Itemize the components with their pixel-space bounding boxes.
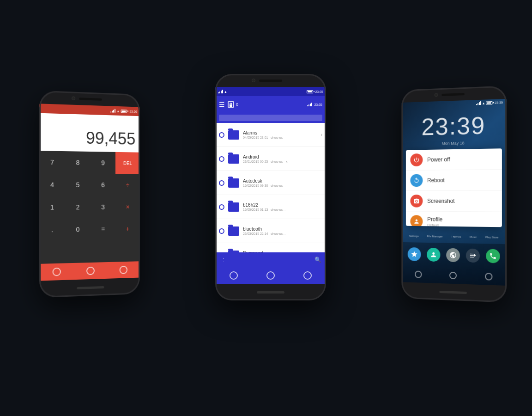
fm-more-icon[interactable]: ⋮ <box>220 256 227 263</box>
fm-select-radio-5[interactable] <box>219 228 224 234</box>
fm-toolbar: ☰ 0 23:35 <box>215 96 326 113</box>
fm-item-meta-1: 04/05/2015 23:01 drwxrwx--- <box>243 136 317 139</box>
calc-btn-4[interactable]: 4 <box>39 173 65 196</box>
pm-signal-icon <box>476 101 481 105</box>
fm-phone-screen: ▲ 23:35 ☰ <box>215 87 326 284</box>
pm-nav-back[interactable] <box>415 271 422 278</box>
fm-item-meta-4: 16/05/2015 01:13 drwxrwx--- <box>243 208 322 211</box>
fm-select-radio-4[interactable] <box>219 204 224 210</box>
pm-dock-area <box>401 242 507 269</box>
pm-dock-icon-notes[interactable] <box>466 249 480 263</box>
fm-path-count: 0 <box>236 102 238 107</box>
calc-nav-recent[interactable] <box>120 266 127 274</box>
list-item[interactable]: b16h22 16/05/2015 01:13 drwxrwx--- <box>215 195 326 219</box>
fm-folder-1 <box>228 130 239 140</box>
pm-dock-icon-globe[interactable] <box>446 248 460 263</box>
fm-select-radio-1[interactable] <box>219 132 224 138</box>
calc-btn-dot[interactable]: . <box>39 219 65 241</box>
list-item[interactable]: Bugreport 25/04/2015 02:43 drwxrwx--- <box>215 243 326 252</box>
fm-status-bar: ▲ 23:35 <box>215 87 326 96</box>
calc-keypad[interactable]: 7 8 9 DEL 4 5 6 ÷ 1 2 3 × . 0 <box>39 151 140 264</box>
pm-power-off-item[interactable]: Power off <box>406 148 502 171</box>
fm-nav-recent[interactable] <box>303 271 312 280</box>
fm-nav-back[interactable] <box>230 271 238 280</box>
pm-nav-home[interactable] <box>449 272 457 279</box>
pm-reboot-item[interactable]: Reboot <box>406 170 502 191</box>
pm-power-off-text: Power off <box>427 156 497 163</box>
fm-time: 23:35 <box>315 90 323 93</box>
pm-dock-icon-person[interactable] <box>427 248 440 262</box>
calc-phone-screen: ▲ 23:56 99,455 7 8 9 DEL 4 <box>39 104 140 281</box>
pm-reboot-icon <box>410 174 423 187</box>
fm-search-field[interactable] <box>219 115 322 121</box>
calc-phone-bottom <box>39 278 140 298</box>
pm-battery-icon <box>486 101 493 105</box>
pm-filemanager-label: File Manager <box>427 235 442 238</box>
list-item[interactable]: Autodesk 16/02/2015 09:30 drwxrwx--- <box>215 171 326 195</box>
calculator-screen: ▲ 23:56 99,455 7 8 9 DEL 4 <box>39 104 140 281</box>
pm-menu-panel: Power off Reboot <box>406 148 502 227</box>
fm-hamburger-icon[interactable]: ☰ <box>219 101 225 108</box>
filemanager-screen: ▲ 23:35 ☰ <box>215 87 326 284</box>
calc-btn-plus[interactable]: + <box>115 218 140 240</box>
fm-folder-2 <box>228 154 239 164</box>
calc-btn-5[interactable]: 5 <box>65 174 91 196</box>
calc-btn-div[interactable]: ÷ <box>115 174 140 196</box>
fm-select-radio-2[interactable] <box>219 156 224 162</box>
fm-item-info-5: bluetooth 23/03/2015 22:14 drwxrwx--- <box>243 226 322 235</box>
calc-battery-icon <box>121 110 127 113</box>
pm-profile-label: Profile <box>427 216 497 223</box>
pm-power-off-icon <box>410 153 423 166</box>
list-item[interactable]: Android 23/01/2015 00:25 drwxrwx---x <box>215 147 326 171</box>
phone-powermenu: ▲ 23:39 23:39 Mon May 18 <box>401 86 507 302</box>
fm-search-icon[interactable]: 🔍 <box>314 256 321 263</box>
pm-status-icons: ▲ 23:39 <box>476 101 502 105</box>
pm-home-indicator <box>439 290 466 294</box>
fm-item-meta-5: 23/03/2015 22:14 drwxrwx--- <box>243 232 322 235</box>
pm-screenshot-icon <box>410 195 423 208</box>
svg-rect-0 <box>230 104 232 107</box>
calc-btn-del[interactable]: DEL <box>115 152 140 174</box>
calc-btn-6[interactable]: 6 <box>91 174 115 196</box>
calc-btn-2[interactable]: 2 <box>65 196 91 219</box>
fm-phone-bottom <box>215 284 326 300</box>
pm-profile-item[interactable]: Profile Default <box>406 211 502 227</box>
list-item[interactable]: Alarms 04/05/2015 23:01 drwxrwx--- › <box>215 123 326 147</box>
fm-nav-home[interactable] <box>266 271 275 280</box>
calc-btn-8[interactable]: 8 <box>65 151 91 174</box>
pm-phone-screen: ▲ 23:39 23:39 Mon May 18 <box>401 99 507 286</box>
pm-nav-recent[interactable] <box>485 273 492 281</box>
calc-btn-mul[interactable]: × <box>115 196 140 218</box>
fm-camera-dot <box>252 79 255 82</box>
powermenu-screen: ▲ 23:39 23:39 Mon May 18 <box>401 99 507 286</box>
fm-phone-top <box>215 74 326 87</box>
fm-item-info-2: Android 23/01/2015 00:25 drwxrwx---x <box>243 154 322 163</box>
fm-signal2 <box>307 103 312 106</box>
calc-btn-9[interactable]: 9 <box>91 152 115 174</box>
fm-item-name-2: Android <box>243 154 322 159</box>
fm-folder-5 <box>228 226 239 236</box>
pm-screenshot-item[interactable]: Screenshot <box>406 191 502 212</box>
list-item[interactable]: bluetooth 23/03/2015 22:14 drwxrwx--- <box>215 219 326 243</box>
calc-home-indicator <box>77 286 104 289</box>
calc-btn-0[interactable]: 0 <box>65 218 91 241</box>
calc-nav-home[interactable] <box>86 267 95 275</box>
calc-btn-eq[interactable]: = <box>91 218 115 240</box>
pm-power-off-label: Power off <box>427 156 497 163</box>
fm-item-info-4: b16h22 16/05/2015 01:13 drwxrwx--- <box>243 202 322 211</box>
pm-phone-bottom <box>401 282 507 303</box>
calc-btn-3[interactable]: 3 <box>91 196 115 218</box>
pm-music-label: Music <box>470 236 477 239</box>
pm-time-display: 23:39 <box>401 110 507 141</box>
calc-btn-7[interactable]: 7 <box>39 151 65 173</box>
pm-dock-icon-phone[interactable] <box>486 249 500 263</box>
pm-screenshot-label: Screenshot <box>427 198 497 204</box>
fm-wifi-icon: ▲ <box>224 90 227 93</box>
calc-nav-back[interactable] <box>52 268 60 276</box>
fm-select-radio-3[interactable] <box>219 180 224 186</box>
calc-number: 99,455 <box>86 128 135 149</box>
pm-screenshot-text: Screenshot <box>427 198 497 204</box>
calc-btn-1[interactable]: 1 <box>39 196 65 219</box>
calc-wifi-icon: ▲ <box>116 109 120 112</box>
pm-dock-icon-star[interactable] <box>408 247 421 261</box>
